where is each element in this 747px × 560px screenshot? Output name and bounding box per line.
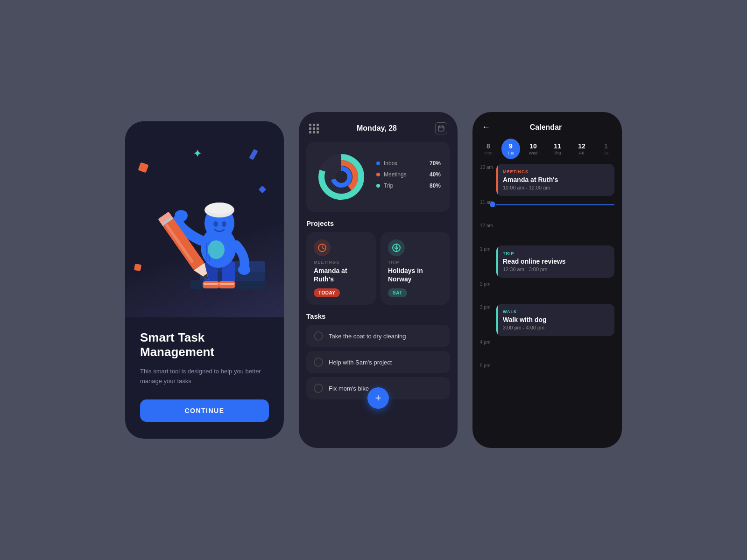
- svg-point-14: [238, 265, 250, 275]
- task-text-1: Take the coat to dry cleaning: [329, 333, 406, 340]
- task-checkbox-2[interactable]: [314, 357, 323, 367]
- time-content-12am: [496, 222, 614, 241]
- legend-inbox: Inbox 70%: [376, 160, 441, 167]
- task-item-1[interactable]: Take the coat to dry cleaning: [306, 325, 450, 347]
- time-content-10am: MEETINGS Amanda at Ruth's 10:00 am - 12:…: [496, 164, 614, 199]
- event-category-walk: WALK: [503, 309, 608, 314]
- time-label-3pm: 3 pm: [480, 304, 496, 310]
- onboarding-title: Smart Task Management: [140, 330, 269, 359]
- dashboard-date: Monday, 28: [357, 124, 397, 133]
- calendar-icon-button[interactable]: [435, 122, 447, 134]
- task-checkbox-1[interactable]: [314, 331, 323, 341]
- task-text-3: Fix mom's bike: [329, 385, 369, 392]
- project-meetings[interactable]: MEETINGS Amanda at Ruth's TODAY: [306, 232, 376, 305]
- time-label-12am: 12 am: [480, 222, 496, 228]
- day-cell-12[interactable]: 12 Fri: [571, 139, 593, 159]
- donut-chart: [316, 151, 367, 203]
- calendar-header: ← Calendar: [472, 112, 622, 139]
- project-trip[interactable]: TRIP Holidays in Norway SAT: [381, 232, 450, 305]
- time-label-1pm: 1 pm: [480, 245, 496, 252]
- inbox-pct: 70%: [430, 160, 441, 167]
- day-cell-9[interactable]: 9 Tue: [501, 139, 520, 159]
- time-row-10am: 10 am MEETINGS Amanda at Ruth's 10:00 am…: [480, 164, 614, 199]
- time-label-5pm: 5 pm: [480, 362, 496, 368]
- time-row-11am: 11 am: [480, 199, 614, 222]
- time-label-4pm: 4 pm: [480, 339, 496, 345]
- calendar-title: Calendar: [498, 123, 594, 132]
- trip-icon: [388, 239, 405, 256]
- task-text-2: Help with Sam's project: [329, 359, 392, 366]
- character-illustration: [144, 149, 265, 317]
- calendar-days-row: 8 Mon 9 Tue 10 Wed 11 Thu 12 Fri 1 Sa: [472, 139, 622, 164]
- time-content-5pm: [496, 362, 614, 381]
- tasks-section-title: Tasks: [299, 312, 458, 325]
- day-cell-8[interactable]: 8 Mon: [477, 139, 500, 159]
- time-content-11am: [496, 199, 614, 217]
- time-row-1pm: 1 pm TRIP Read online reviews 12:30 am -…: [480, 245, 614, 280]
- event-name-walk: Walk with dog: [503, 316, 608, 323]
- event-meetings[interactable]: MEETINGS Amanda at Ruth's 10:00 am - 12:…: [496, 164, 614, 196]
- time-row-5pm: 5 pm: [480, 362, 614, 385]
- event-time-trip: 12:30 am - 3:00 pm: [503, 266, 608, 272]
- svg-rect-7: [204, 283, 218, 285]
- chart-legend: Inbox 70% Meetings 40% Trip 80%: [376, 160, 441, 194]
- meetings-icon: [314, 239, 331, 256]
- event-time-meetings: 10:00 am - 12:00 am: [503, 185, 608, 190]
- time-content-4pm: [496, 339, 614, 357]
- continue-button[interactable]: CONTINUE: [140, 399, 269, 422]
- back-button[interactable]: ←: [482, 122, 490, 132]
- event-walk[interactable]: WALK Walk with dog 3:00 pm - 4:00 pm: [496, 304, 614, 336]
- trip-pct: 80%: [430, 182, 441, 189]
- chart-card: Inbox 70% Meetings 40% Trip 80%: [306, 142, 450, 212]
- event-name-trip: Read online reviews: [503, 258, 608, 265]
- event-time-walk: 3:00 pm - 4:00 pm: [503, 325, 608, 330]
- svg-rect-26: [438, 126, 444, 131]
- time-content-3pm: WALK Walk with dog 3:00 pm - 4:00 pm: [496, 304, 614, 339]
- trip-badge: SAT: [388, 288, 407, 297]
- grid-menu-icon[interactable]: [309, 124, 318, 133]
- event-trip[interactable]: TRIP Read online reviews 12:30 am - 3:00…: [496, 245, 614, 278]
- event-category-trip: TRIP: [503, 251, 608, 256]
- meetings-pct: 40%: [430, 171, 441, 178]
- svg-point-12: [208, 240, 225, 259]
- time-label-10am: 10 am: [480, 164, 496, 170]
- onboarding-content: Smart Task Management This smart tool is…: [125, 317, 284, 435]
- inbox-dot: [376, 161, 380, 165]
- time-row-2pm: 2 pm: [480, 280, 614, 304]
- deco-shape-3: [134, 264, 141, 271]
- svg-point-23: [206, 203, 233, 214]
- meetings-label: Meetings: [384, 171, 426, 178]
- time-row-4pm: 4 pm: [480, 339, 614, 362]
- add-task-fab[interactable]: +: [367, 387, 389, 409]
- trip-label: Trip: [384, 182, 426, 189]
- time-content-2pm: [496, 280, 614, 299]
- inbox-label: Inbox: [384, 160, 426, 167]
- time-label-2pm: 2 pm: [480, 280, 496, 287]
- meetings-badge: TODAY: [314, 288, 340, 297]
- projects-section-title: Projects: [299, 219, 458, 232]
- task-checkbox-3[interactable]: [314, 384, 323, 393]
- illustration-area: ✦: [125, 121, 284, 317]
- svg-point-13: [175, 210, 188, 221]
- svg-rect-8: [219, 283, 234, 285]
- calendar-phone: ← Calendar 8 Mon 9 Tue 10 Wed 11 Thu 12 …: [472, 112, 622, 448]
- time-content-1pm: TRIP Read online reviews 12:30 am - 3:00…: [496, 245, 614, 280]
- tasks-list: Take the coat to dry cleaning Help with …: [299, 325, 458, 399]
- task-item-2[interactable]: Help with Sam's project: [306, 351, 450, 373]
- time-row-12am: 12 am: [480, 222, 614, 245]
- meetings-category: MEETINGS: [314, 260, 368, 265]
- day-cell-11[interactable]: 11 Thu: [546, 139, 569, 159]
- onboarding-phone: ✦: [125, 121, 284, 439]
- dashboard-phone: Monday, 28: [299, 112, 458, 448]
- dashboard-header: Monday, 28: [299, 112, 458, 142]
- trip-dot: [376, 184, 380, 188]
- trip-category: TRIP: [388, 260, 443, 265]
- day-cell-10[interactable]: 10 Wed: [522, 139, 544, 159]
- day-cell-1[interactable]: 1 Sa: [595, 139, 617, 159]
- projects-row: MEETINGS Amanda at Ruth's TODAY TRIP Hol…: [299, 232, 458, 312]
- calendar-timeline: 10 am MEETINGS Amanda at Ruth's 10:00 am…: [472, 164, 622, 425]
- event-category-meetings: MEETINGS: [503, 169, 608, 174]
- svg-point-25: [222, 221, 226, 227]
- legend-trip: Trip 80%: [376, 182, 441, 189]
- svg-point-24: [213, 221, 218, 227]
